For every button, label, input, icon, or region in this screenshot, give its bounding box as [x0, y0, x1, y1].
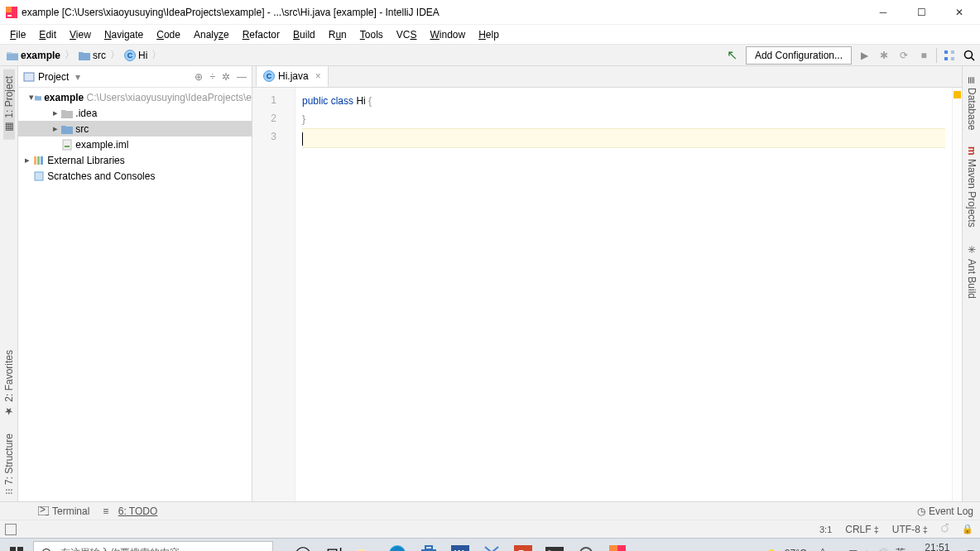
editor-area: C Hi.java × 1 2 3 public class Hi {}	[252, 66, 962, 501]
svg-rect-40	[609, 545, 617, 552]
status-toggle-icon[interactable]	[5, 524, 17, 535]
coverage-button[interactable]: ⟳	[896, 48, 911, 63]
window-titlebar: example [C:\Users\xiaoyusuying\IdeaProje…	[0, 0, 980, 25]
tool-tab-favorites[interactable]: ★2: Favorites	[3, 343, 15, 424]
menu-file[interactable]: File	[3, 27, 32, 42]
run-configuration-button[interactable]: Add Configuration...	[746, 46, 852, 65]
action-center-icon[interactable]: ▢	[966, 548, 975, 552]
caret-position[interactable]: 3:1	[813, 525, 838, 534]
warning-marker[interactable]	[954, 91, 961, 98]
right-tool-stripe: ≣Database mMaven Projects ✳Ant Build	[962, 66, 980, 501]
error-stripe[interactable]	[952, 88, 962, 501]
breadcrumb-item[interactable]: src	[77, 50, 108, 61]
project-structure-icon[interactable]	[942, 48, 957, 63]
target-icon[interactable]: ⊕	[195, 71, 203, 83]
status-bar: 3:1 CRLF ‡ UTF-8 ‡ ੰ 🔒	[0, 520, 980, 538]
run-button[interactable]: ▶	[857, 48, 872, 63]
breadcrumb-item[interactable]: C Hi	[122, 50, 149, 61]
svg-rect-13	[37, 156, 40, 165]
menu-help[interactable]: Help	[472, 27, 506, 42]
tool-tab-event-log[interactable]: ◷Event Log	[917, 505, 973, 517]
collapse-all-icon[interactable]: ÷	[209, 71, 215, 83]
menu-refactor[interactable]: Refactor	[236, 27, 286, 42]
settings-icon[interactable]	[573, 540, 599, 552]
file-explorer-icon[interactable]	[353, 540, 379, 552]
intellij-taskbar-icon[interactable]	[604, 540, 631, 552]
menu-analyze[interactable]: Analyze	[187, 27, 236, 42]
menu-tools[interactable]: Tools	[353, 27, 390, 42]
search-everywhere-icon[interactable]	[962, 48, 977, 63]
tool-tab-database[interactable]: ≣Database	[966, 69, 978, 137]
tree-node-external-libraries[interactable]: ▸ External Libraries	[18, 152, 252, 168]
lock-icon[interactable]: 🔒	[955, 524, 980, 534]
menu-vcs[interactable]: VCS	[390, 27, 424, 42]
project-panel-header: Project ▾ ⊕ ÷ ✲ —	[18, 66, 252, 88]
svg-rect-1	[6, 7, 12, 12]
build-icon[interactable]: ↖	[727, 47, 737, 63]
tool-tab-structure[interactable]: ⁝⁝7: Structure	[3, 427, 15, 501]
menu-run[interactable]: Run	[322, 27, 353, 42]
breadcrumb-item[interactable]: example	[5, 50, 62, 61]
project-view-selector[interactable]: Project ▾	[23, 71, 190, 83]
tree-node-project-root[interactable]: ▾ example C:\Users\xiaoyusuying\IdeaProj…	[18, 89, 252, 105]
tree-node-iml[interactable]: example.iml	[18, 137, 252, 152]
close-tab-icon[interactable]: ×	[315, 70, 321, 82]
svg-rect-15	[35, 172, 43, 180]
menu-navigate[interactable]: Navigate	[98, 27, 150, 42]
tray-onedrive-icon[interactable]: ☁	[832, 548, 842, 552]
taskbar-search[interactable]: 在这里输入你要搜索的内容	[33, 541, 273, 552]
line-gutter: 1 2 3	[252, 88, 295, 501]
svg-text:>_: >_	[40, 506, 49, 515]
editor-tab-hi[interactable]: C Hi.java ×	[256, 65, 329, 87]
snip-icon[interactable]	[478, 540, 505, 552]
stop-button[interactable]: ■	[916, 48, 931, 63]
tray-battery-icon[interactable]: ▥	[848, 548, 858, 552]
powerpoint-icon[interactable]: P	[510, 540, 536, 552]
svg-rect-3	[944, 50, 948, 54]
hide-panel-icon[interactable]: —	[237, 71, 247, 83]
menu-view[interactable]: View	[63, 27, 98, 42]
window-minimize-button[interactable]: ─	[864, 0, 902, 25]
svg-text:W: W	[454, 549, 464, 552]
menu-code[interactable]: Code	[150, 27, 187, 42]
menu-build[interactable]: Build	[286, 27, 322, 42]
tree-node-idea[interactable]: ▸ .idea	[18, 105, 252, 121]
store-icon[interactable]	[416, 540, 442, 552]
tray-chevron-icon[interactable]: ˄	[820, 548, 825, 552]
tool-tab-maven[interactable]: mMaven Projects	[966, 140, 978, 233]
svg-rect-18	[10, 547, 16, 552]
left-tool-stripe: ▦1: Project ★2: Favorites ⁝⁝7: Structure	[0, 66, 18, 501]
indent-indicator[interactable]: ੰ	[934, 524, 955, 534]
tree-node-scratches[interactable]: Scratches and Consoles	[18, 168, 252, 184]
debug-button[interactable]: ✱	[877, 48, 891, 63]
tray-volume-icon[interactable]: 🔊	[877, 548, 889, 552]
line-separator[interactable]: CRLF ‡	[838, 524, 886, 535]
menu-window[interactable]: Window	[423, 27, 472, 42]
weather-widget[interactable]: 27°C	[766, 546, 807, 552]
tray-ime-icon[interactable]: 英	[896, 546, 906, 551]
tray-clock[interactable]: 21:512021/7/24	[915, 543, 959, 552]
tray-wifi-icon[interactable]: ⌔	[864, 548, 870, 552]
word-icon[interactable]: W	[447, 540, 473, 552]
tree-node-src[interactable]: ▸ src	[18, 121, 252, 137]
task-view-icon[interactable]: ◯	[290, 540, 316, 552]
cortana-icon[interactable]: ⊟¦	[321, 540, 348, 552]
class-icon: C	[263, 70, 275, 82]
window-close-button[interactable]: ✕	[940, 0, 978, 25]
tool-tab-project[interactable]: ▦1: Project	[3, 69, 15, 140]
editor-content[interactable]: public class Hi {}	[295, 88, 952, 501]
tool-tab-todo[interactable]: ≡ 6: TODO	[103, 505, 157, 517]
svg-rect-14	[41, 156, 43, 165]
project-tree[interactable]: ▾ example C:\Users\xiaoyusuying\IdeaProj…	[18, 88, 252, 501]
terminal-icon[interactable]: >_	[541, 540, 568, 552]
tool-tab-terminal[interactable]: >_ Terminal	[38, 505, 89, 517]
menu-edit[interactable]: Edit	[32, 27, 63, 42]
window-maximize-button[interactable]: ☐	[902, 0, 940, 25]
edge-icon[interactable]	[384, 540, 411, 552]
file-encoding[interactable]: UTF-8 ‡	[886, 524, 934, 535]
tool-tab-ant[interactable]: ✳Ant Build	[966, 237, 978, 305]
svg-line-8	[972, 57, 975, 60]
code-editor[interactable]: 1 2 3 public class Hi {}	[252, 88, 962, 501]
settings-icon[interactable]: ✲	[222, 71, 230, 83]
start-button[interactable]	[0, 547, 33, 552]
